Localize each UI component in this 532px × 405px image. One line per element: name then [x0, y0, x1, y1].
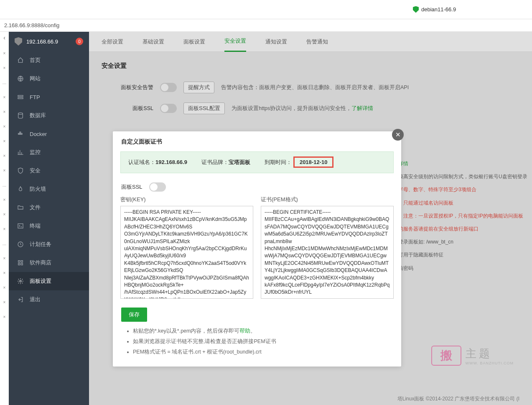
help-link[interactable]: 帮助 — [239, 328, 250, 334]
folder-icon — [17, 204, 24, 211]
sidebar-item-security[interactable]: 安全 — [9, 161, 89, 180]
sidebar-item-label: FTP — [30, 94, 40, 100]
svg-rect-8 — [18, 224, 23, 228]
cert-info-banner: 认证域名：192.168.66.9 证书品牌：宝塔面板 到期时间：2018-12… — [120, 151, 394, 173]
sidebar-item-ftp[interactable]: FTP — [9, 88, 89, 106]
docker-icon — [17, 131, 24, 137]
pem-textarea[interactable] — [261, 206, 394, 299]
close-icon[interactable]: × — [3, 139, 6, 144]
pem-label: 证书(PEM格式) — [261, 196, 394, 203]
close-icon[interactable]: × — [3, 315, 6, 319]
svg-rect-13 — [21, 263, 23, 265]
key-label: 密钥(KEY) — [120, 196, 253, 203]
sidebar-item-site[interactable]: 网站 — [9, 69, 89, 88]
modal-ssl-toggle[interactable] — [149, 182, 166, 192]
sidebar-item-firewall[interactable]: 防火墙 — [9, 180, 89, 198]
key-column: 密钥(KEY) — [120, 196, 253, 300]
dots-icon: … — [3, 241, 7, 246]
notification-badge[interactable]: 0 — [76, 38, 83, 45]
hint-item: 粘贴您的*.key以及*.pem内容，然后保存即可帮助。 — [133, 326, 389, 336]
cert-domain: 认证域名：192.168.66.9 — [128, 159, 187, 166]
svg-rect-1 — [18, 95, 23, 97]
pem-column: 证书(PEM格式) — [261, 196, 394, 300]
svg-rect-10 — [18, 261, 20, 262]
modal-title: 自定义面板证书 — [113, 131, 401, 151]
dots-icon: … — [3, 80, 7, 85]
svg-rect-6 — [21, 133, 22, 135]
server-ip: 192.168.66.9 — [26, 38, 58, 45]
hint-item: PEM格式证书 = 域名证书.crt + 根证书(root_bundle).cr… — [133, 347, 389, 357]
sidebar-item-database[interactable]: 数据库 — [9, 106, 89, 125]
close-icon[interactable]: × — [3, 300, 6, 305]
svg-rect-5 — [20, 133, 21, 135]
sidebar-item-label: 网站 — [30, 75, 41, 82]
key-textarea[interactable] — [120, 206, 253, 299]
sidebar-item-label: 防火墙 — [30, 185, 46, 193]
sidebar-item-cron[interactable]: 计划任务 — [9, 235, 89, 254]
tab-title: debian11-66.9 — [421, 6, 456, 13]
browser-tab[interactable]: debian11-66.9 — [413, 6, 456, 13]
close-icon[interactable]: × — [3, 154, 6, 158]
sidebar-item-logout[interactable]: 退出 — [9, 290, 89, 309]
close-icon[interactable]: × — [3, 110, 6, 114]
watermark-badge: 搬 — [431, 346, 461, 366]
clock-icon — [17, 241, 24, 248]
sidebar-item-label: Docker — [30, 131, 47, 137]
sidebar: 192.168.66.9 0 首页 网站 FTP 数据库 Docker 监控 安… — [9, 32, 89, 405]
sidebar-item-home[interactable]: 首页 — [9, 51, 89, 69]
close-icon[interactable]: × — [3, 51, 6, 56]
close-icon[interactable]: × — [3, 285, 6, 290]
chart-icon — [17, 149, 24, 156]
svg-point-3 — [18, 113, 23, 114]
close-icon[interactable]: × — [3, 256, 6, 261]
tab-shield-icon — [413, 6, 419, 13]
sidebar-item-monitor[interactable]: 监控 — [9, 143, 89, 161]
sidebar-item-label: 安全 — [30, 167, 41, 174]
sidebar-item-software[interactable]: 软件商店 — [9, 254, 89, 272]
save-button[interactable]: 保存 — [121, 308, 147, 322]
sidebar-item-docker[interactable]: Docker — [9, 125, 89, 143]
cert-expiry: 到期时间：2018-12-10 — [265, 159, 334, 166]
close-icon[interactable]: × — [3, 227, 6, 231]
close-icon[interactable]: × — [3, 212, 6, 217]
home-icon — [17, 57, 24, 64]
svg-rect-12 — [18, 263, 20, 265]
watermark-text: 主题 WWW. BANZHUTI.COM — [466, 346, 514, 365]
close-icon[interactable]: × — [3, 168, 6, 173]
sidebar-item-label: 终端 — [30, 222, 41, 230]
close-icon[interactable]: ✕ — [392, 129, 404, 141]
close-icon[interactable]: × — [3, 271, 6, 275]
modal-ssl-row: 面板SSL — [113, 181, 401, 196]
watermark: 搬 主题 WWW. BANZHUTI.COM — [431, 346, 514, 366]
ssl-cert-modal: ✕ 自定义面板证书 认证域名：192.168.66.9 证书品牌：宝塔面板 到期… — [113, 131, 401, 367]
globe-icon — [17, 75, 24, 82]
close-icon[interactable]: × — [3, 197, 6, 202]
address-bar[interactable]: 2.168.66.9:8888/config — [0, 19, 532, 32]
cert-columns: 密钥(KEY) 证书(PEM格式) — [113, 196, 401, 300]
sidebar-item-label: 数据库 — [30, 112, 46, 119]
svg-rect-4 — [18, 133, 20, 135]
sidebar-item-label: 文件 — [30, 204, 41, 211]
sidebar-item-files[interactable]: 文件 — [9, 198, 89, 217]
sidebar-item-label: 首页 — [30, 56, 41, 64]
sidebar-item-panel-settings[interactable]: 面板设置 — [9, 272, 89, 290]
sidebar-item-terminal[interactable]: 终端 — [9, 217, 89, 235]
gear-icon — [17, 278, 24, 285]
terminal-icon — [17, 223, 24, 229]
close-icon[interactable]: × — [3, 66, 6, 70]
back-chevron-icon[interactable]: ‹ — [3, 34, 5, 41]
modal-hints: 粘贴您的*.key以及*.pem内容，然后保存即可帮助。 如果浏览器提示证书链不… — [113, 326, 401, 367]
ftp-icon — [17, 94, 24, 100]
sidebar-item-label: 面板设置 — [30, 277, 51, 285]
logo-shield-icon — [15, 37, 22, 46]
sidebar-item-label: 软件商店 — [30, 259, 51, 267]
hint-item: 如果浏览器提示证书链不完整,请检查是否正确拼接PEM证书 — [133, 336, 389, 347]
grid-icon — [17, 259, 24, 266]
svg-rect-2 — [18, 97, 23, 99]
close-icon[interactable]: × — [3, 95, 6, 100]
dots-icon: … — [3, 183, 7, 187]
browser-tab-bar: debian11-66.9 — [0, 0, 532, 19]
svg-rect-11 — [21, 261, 23, 262]
close-icon[interactable]: × — [3, 124, 6, 129]
svg-point-14 — [20, 280, 21, 282]
